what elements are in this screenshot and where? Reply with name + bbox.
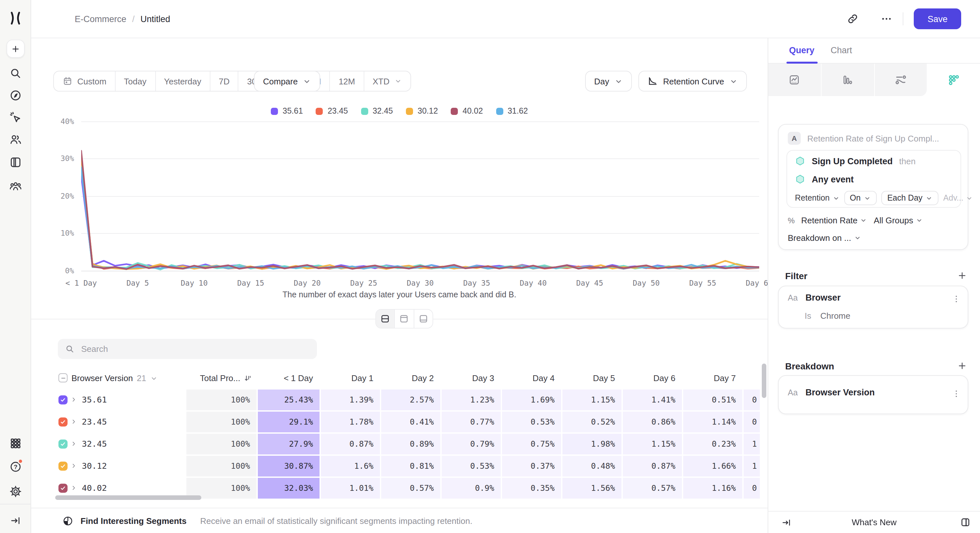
first-event-step[interactable]: Sign Up Completed then bbox=[795, 156, 916, 166]
breakdown-on-dropdown[interactable]: Breakdown on ... bbox=[788, 233, 861, 243]
row-expander-icon[interactable] bbox=[70, 440, 77, 447]
compare-button[interactable]: Compare bbox=[254, 71, 320, 92]
layout-table-only-toggle[interactable] bbox=[414, 310, 433, 328]
table-header-day-0[interactable]: < 1 Day bbox=[258, 367, 320, 390]
retention-type-dropdown[interactable]: Retention bbox=[795, 194, 839, 203]
x-axis-label: < 1 Day bbox=[52, 279, 110, 287]
groups-dropdown[interactable]: All Groups bbox=[874, 216, 923, 225]
table-vertical-scrollbar[interactable] bbox=[762, 363, 766, 398]
filter-menu-icon[interactable] bbox=[951, 294, 961, 304]
table-header-day-7[interactable]: Day 7 bbox=[683, 367, 742, 390]
copy-link-icon[interactable] bbox=[847, 13, 859, 25]
on-dropdown[interactable]: On bbox=[844, 191, 877, 205]
breakdown-property[interactable]: Browser Version bbox=[806, 387, 875, 397]
legend-item[interactable]: 23.45 bbox=[316, 106, 348, 116]
legend-item[interactable]: 40.02 bbox=[451, 106, 483, 116]
row-expander-icon[interactable] bbox=[70, 418, 77, 425]
row-checkbox[interactable] bbox=[59, 462, 68, 471]
series-line-30.12[interactable] bbox=[81, 155, 759, 269]
table-horizontal-scrollbar[interactable] bbox=[55, 495, 201, 500]
add-filter-button[interactable] bbox=[957, 271, 967, 281]
breadcrumb-report-title[interactable]: Untitled bbox=[141, 14, 170, 24]
select-all-checkbox[interactable] bbox=[59, 373, 68, 382]
row-checkbox[interactable] bbox=[59, 395, 68, 405]
sidebar-users-icon[interactable] bbox=[9, 133, 22, 146]
each-day-dropdown[interactable]: Each Day bbox=[881, 191, 939, 205]
table-row: 35.61100%25.43%1.39%2.57%1.23%1.69%1.15%… bbox=[31, 390, 768, 410]
more-options-icon[interactable] bbox=[881, 13, 892, 25]
date-range-button-12m[interactable]: 12M bbox=[330, 71, 364, 91]
row-checkbox[interactable] bbox=[59, 417, 68, 427]
search-input[interactable] bbox=[80, 343, 310, 354]
report-type-insights[interactable] bbox=[768, 63, 821, 96]
table-header-total[interactable]: Total Pro... bbox=[186, 367, 256, 390]
filter-operator[interactable]: Is bbox=[805, 311, 811, 321]
granularity-dropdown[interactable]: Day bbox=[585, 71, 632, 92]
measure-dropdown[interactable]: Retention Rate bbox=[801, 216, 867, 225]
layout-chart-only-toggle[interactable] bbox=[395, 310, 414, 328]
series-line-23.45[interactable] bbox=[81, 162, 759, 269]
table-header-day-5[interactable]: Day 5 bbox=[562, 367, 622, 390]
table-header-day-2[interactable]: Day 2 bbox=[381, 367, 440, 390]
date-range-selector: CustomTodayYesterday7D30D3M6M12MXTD bbox=[53, 71, 411, 92]
row-checkbox[interactable] bbox=[59, 484, 68, 493]
filter-property[interactable]: Browser bbox=[806, 293, 841, 303]
tab-query[interactable]: Query bbox=[789, 38, 815, 63]
series-line-32.45[interactable] bbox=[81, 166, 759, 270]
legend-item[interactable]: 30.12 bbox=[406, 106, 438, 116]
row-checkbox[interactable] bbox=[59, 439, 68, 449]
sidebar-search-icon[interactable] bbox=[9, 67, 22, 80]
date-range-button-xtd[interactable]: XTD bbox=[364, 71, 410, 91]
find-segments-button[interactable]: Find Interesting Segments bbox=[81, 516, 187, 525]
table-header-day-4[interactable]: Day 4 bbox=[502, 367, 561, 390]
split-columns-icon[interactable] bbox=[960, 517, 971, 528]
sidebar-events-icon[interactable] bbox=[9, 111, 22, 124]
advanced-dropdown[interactable]: Adv... bbox=[943, 194, 973, 203]
row-expander-icon[interactable] bbox=[70, 484, 77, 492]
x-axis-label: Day 10 bbox=[165, 279, 223, 287]
add-breakdown-button[interactable] bbox=[957, 361, 967, 371]
legend-item[interactable]: 35.61 bbox=[271, 106, 303, 116]
collapse-sidebar-icon[interactable] bbox=[10, 515, 23, 528]
sidebar-discover-icon[interactable] bbox=[9, 89, 22, 102]
mixpanel-logo[interactable] bbox=[8, 10, 23, 26]
date-range-button-today[interactable]: Today bbox=[116, 71, 156, 91]
return-event-step[interactable]: Any event bbox=[795, 174, 854, 184]
create-button[interactable] bbox=[6, 40, 25, 58]
series-line-40.02[interactable] bbox=[81, 151, 759, 269]
table-header-day-6[interactable]: Day 6 bbox=[623, 367, 682, 390]
sidebar-boards-icon[interactable] bbox=[9, 156, 22, 169]
query-title[interactable]: Retention Rate of Sign Up Compl... bbox=[807, 133, 960, 143]
legend-swatch bbox=[316, 108, 323, 114]
legend-item[interactable]: 32.45 bbox=[361, 106, 393, 116]
date-range-button-yesterday[interactable]: Yesterday bbox=[156, 71, 210, 91]
filter-value[interactable]: Chrome bbox=[820, 311, 850, 321]
whats-new-button[interactable]: What's New bbox=[768, 512, 980, 533]
breakdown-menu-icon[interactable] bbox=[951, 389, 961, 399]
date-range-button-7d[interactable]: 7D bbox=[210, 71, 239, 91]
report-type-flows[interactable] bbox=[875, 63, 927, 96]
report-type-retention[interactable] bbox=[927, 63, 980, 96]
tab-chart[interactable]: Chart bbox=[830, 38, 852, 63]
date-range-button-custom[interactable]: Custom bbox=[54, 71, 116, 91]
table-header-group[interactable]: Browser Version21 bbox=[72, 367, 158, 390]
save-button[interactable]: Save bbox=[914, 8, 961, 29]
row-expander-icon[interactable] bbox=[70, 462, 77, 470]
sidebar-cohorts-icon[interactable] bbox=[9, 180, 22, 193]
table-header-day-1[interactable]: Day 1 bbox=[321, 367, 380, 390]
row-expander-icon[interactable] bbox=[70, 396, 77, 403]
retention-curve-icon bbox=[648, 76, 658, 86]
svg-text:?: ? bbox=[14, 463, 17, 470]
legend-item[interactable]: 31.62 bbox=[496, 106, 528, 116]
series-line-31.62[interactable] bbox=[81, 168, 759, 269]
report-type-funnels[interactable] bbox=[821, 63, 875, 96]
settings-gear-icon[interactable] bbox=[9, 485, 22, 498]
legend-swatch bbox=[271, 108, 278, 114]
layout-split-toggle[interactable] bbox=[376, 310, 395, 328]
table-header-day-3[interactable]: Day 3 bbox=[442, 367, 501, 390]
topbar: E-Commerce / Untitled Save bbox=[31, 0, 980, 38]
chart-type-dropdown[interactable]: Retention Curve bbox=[638, 71, 747, 92]
series-line-35.61[interactable] bbox=[81, 176, 759, 269]
apps-grid-icon[interactable] bbox=[9, 437, 22, 450]
breadcrumb-project[interactable]: E-Commerce bbox=[75, 14, 126, 24]
